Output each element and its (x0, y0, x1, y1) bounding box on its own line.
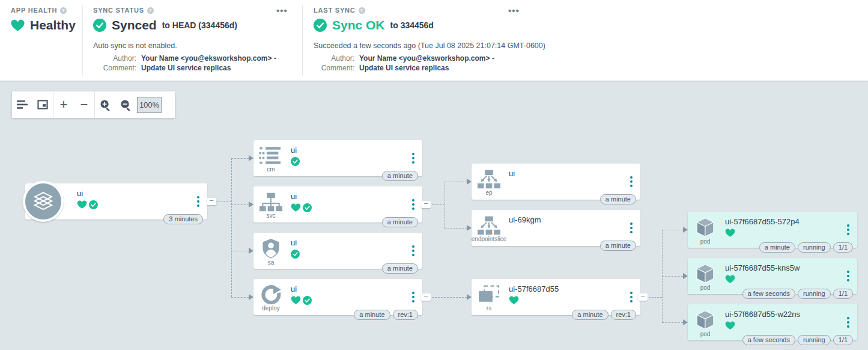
app-health-value: Healthy (30, 18, 76, 32)
collapse-button[interactable]: − (421, 293, 431, 301)
node-pod-ui-57f6687d55-w22ns[interactable]: pod ui-57f6687d55-w22ns a few seconds ru… (688, 304, 857, 340)
application-icon[interactable] (23, 181, 64, 222)
node-title: ui-57f6687d55 (509, 284, 559, 293)
ready-badge: 1/1 (833, 289, 853, 299)
node-pod-ui-57f6687d55-572p4[interactable]: pod ui-57f6687d55-572p4 a minute running… (688, 212, 857, 248)
revision-badge: rev:1 (393, 310, 418, 320)
pod-icon: pod (688, 212, 723, 248)
node-kind-label: sa (268, 259, 275, 266)
app-health-label-text: APP HEALTH (11, 7, 57, 14)
node-kind-label: pod (700, 331, 711, 337)
node-kind-label: pod (700, 238, 711, 245)
node-replicaset-ui-57f6687d55[interactable]: rs ui-57f6687d55 a minute rev:1 (472, 279, 640, 315)
age-badge: a minute (382, 263, 418, 274)
collapse-button[interactable]: − (207, 198, 216, 205)
last-sync-label-text: LAST SYNC (314, 7, 356, 14)
zoom-out-minus-button[interactable]: − (74, 91, 94, 118)
node-menu-button[interactable] (628, 174, 635, 189)
age-badge: a minute (382, 217, 418, 227)
node-kind-label: cm (267, 166, 275, 173)
node-endpoints-ui[interactable]: ep ui a minute (472, 164, 640, 200)
check-circle-icon (314, 19, 327, 32)
configmap-icon: cm (253, 140, 288, 176)
comment-label: Comment: (93, 64, 136, 72)
node-deployment-ui[interactable]: deploy ui a minute rev:1 (253, 279, 422, 315)
fit-to-view-icon[interactable] (32, 91, 53, 118)
layout-list-icon[interactable] (12, 91, 32, 118)
heart-icon (11, 19, 25, 32)
sync-status-label-text: SYNC STATUS (93, 7, 144, 14)
panel-divider (302, 5, 303, 76)
age-badge: a few seconds (742, 335, 795, 345)
synced-check-icon (89, 200, 98, 209)
zoom-out-magnifier-icon[interactable] (115, 91, 136, 118)
zoom-level-value[interactable]: 100% (137, 97, 162, 113)
node-status-icons (509, 295, 519, 305)
last-sync-label: LAST SYNC? (314, 7, 365, 14)
node-menu-button[interactable] (410, 243, 417, 259)
node-configmap-ui[interactable]: cm ui a minute (253, 140, 422, 176)
help-icon[interactable]: ? (147, 7, 154, 14)
edge (231, 158, 249, 159)
node-menu-button[interactable] (410, 197, 417, 212)
pod-icon: pod (688, 258, 723, 294)
zoom-in-magnifier-icon[interactable] (95, 91, 115, 118)
node-endpointslice-ui-69kgm[interactable]: endpointslice ui-69kgm a minute (472, 210, 640, 246)
node-status-icons (725, 274, 735, 284)
last-sync-revision: to 334456d (390, 20, 434, 30)
sync-status-menu-button[interactable]: ••• (276, 8, 288, 14)
author-value: Your Name <you@eksworkshop.com> - (141, 54, 276, 63)
node-badges: a minute running 1/1 (759, 242, 853, 253)
node-badges: a minute (600, 241, 636, 251)
node-menu-button[interactable] (410, 150, 417, 166)
last-sync-author-row: Author: Your Name <you@eksworkshop.com> … (314, 54, 494, 63)
node-kind-label: pod (700, 284, 711, 291)
collapse-button[interactable]: − (421, 201, 431, 208)
node-pod-ui-57f6687d55-kns5w[interactable]: pod ui-57f6687d55-kns5w a few seconds ru… (688, 258, 857, 294)
collapse-button[interactable]: − (638, 293, 648, 301)
help-icon[interactable]: ? (60, 7, 67, 14)
node-status-icons (291, 156, 300, 166)
synced-check-icon (303, 203, 312, 212)
author-label: Author: (93, 54, 136, 63)
last-sync-value: Sync OK (332, 18, 385, 32)
node-menu-button[interactable] (628, 220, 635, 236)
node-menu-button[interactable] (410, 289, 417, 305)
healthy-heart-icon (291, 296, 301, 305)
node-menu-button[interactable] (845, 268, 852, 284)
sync-author-row: Author: Your Name <you@eksworkshop.com> … (93, 54, 276, 63)
node-title: ui-69kgm (509, 215, 541, 224)
last-sync-menu-button[interactable]: ••• (508, 8, 520, 14)
node-status-icons (291, 295, 312, 305)
service-icon: svc (253, 186, 288, 223)
node-badges: a few seconds running 1/1 (742, 289, 853, 299)
zoom-in-plus-button[interactable]: + (53, 91, 74, 118)
healthy-heart-icon (725, 229, 735, 238)
node-menu-button[interactable] (845, 222, 852, 238)
node-title: ui (291, 192, 297, 201)
help-icon[interactable]: ? (359, 7, 365, 14)
age-badge: a minute (382, 171, 418, 181)
check-circle-icon (93, 19, 106, 32)
node-menu-button[interactable] (845, 315, 852, 330)
synced-check-icon (291, 250, 300, 259)
node-status-icons (725, 228, 735, 238)
comment-value: Update UI service replicas (359, 64, 449, 72)
node-title: ui (291, 238, 297, 247)
comment-value: Update UI service replicas (141, 64, 231, 72)
node-service-ui[interactable]: svc ui a minute (253, 186, 422, 223)
ready-badge: 1/1 (833, 242, 853, 253)
comment-label: Comment: (314, 64, 354, 72)
sync-status-revision: to HEAD (334456d) (162, 20, 237, 30)
endpoints-icon: ep (472, 164, 506, 200)
node-kind-label: svc (267, 212, 276, 219)
node-serviceaccount-ui[interactable]: sa ui a minute (253, 233, 422, 269)
node-kind-label: ep (485, 189, 492, 196)
phase-badge: running (798, 242, 831, 253)
node-menu-button[interactable] (195, 194, 202, 209)
node-menu-button[interactable] (628, 289, 635, 305)
edge-arrow-icon (683, 273, 688, 279)
node-title: ui (291, 284, 297, 293)
revision-badge: rev:1 (611, 310, 636, 320)
edge-arrow-icon (249, 155, 253, 161)
